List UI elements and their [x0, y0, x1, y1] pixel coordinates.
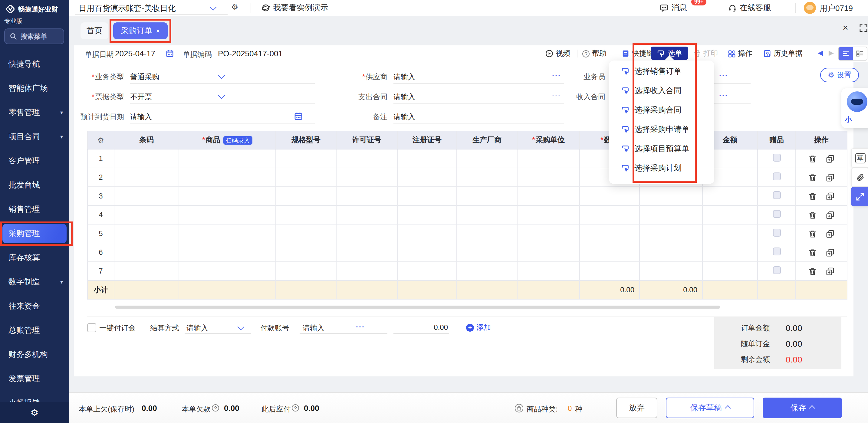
cell-registration[interactable] [397, 205, 457, 224]
cell-barcode[interactable] [114, 243, 179, 262]
cell-manufacturer[interactable] [457, 243, 517, 262]
prev-doc-icon[interactable]: ◀ [818, 49, 823, 57]
card-view-button[interactable] [853, 47, 867, 60]
attachment-float-button[interactable] [851, 168, 868, 187]
cell-manufacturer[interactable] [457, 187, 517, 205]
tab-home[interactable]: 首页 [81, 22, 108, 39]
sidebar-item[interactable]: 总账管理 [0, 318, 69, 343]
gift-checkbox[interactable] [773, 210, 780, 218]
gift-checkbox[interactable] [773, 172, 780, 180]
support-button[interactable]: 在线客服 [728, 2, 771, 13]
column-header[interactable]: ⚙ [88, 131, 114, 149]
cell-barcode[interactable] [114, 205, 179, 224]
avatar[interactable] [804, 2, 816, 14]
sidebar-item[interactable]: 销售管理 [0, 197, 69, 222]
tab-purchase-order[interactable]: 采购订单 × [113, 22, 168, 39]
cell-product[interactable] [179, 205, 276, 224]
gift-checkbox[interactable] [773, 266, 780, 274]
cell-unit[interactable] [517, 243, 580, 262]
delete-row-icon[interactable] [808, 155, 817, 164]
delete-row-icon[interactable] [808, 192, 817, 201]
cell-manufacturer[interactable] [457, 262, 517, 281]
list-view-button[interactable] [839, 47, 853, 60]
sidebar-item[interactable]: 数字制造 ▾ [0, 270, 69, 294]
next-doc-icon[interactable]: ▶ [829, 49, 834, 57]
username[interactable]: 用户0719 [819, 3, 853, 14]
copy-row-icon[interactable] [826, 249, 835, 258]
cell-unit[interactable] [517, 205, 580, 224]
copy-row-icon[interactable] [826, 192, 835, 201]
sidebar-item[interactable]: 财务多机构 [0, 343, 69, 367]
remark-input[interactable]: 请输入 [394, 112, 415, 122]
cell-qty[interactable] [580, 262, 640, 281]
column-header[interactable]: 规格型号 [276, 131, 336, 149]
cell-product[interactable] [179, 262, 276, 281]
column-header[interactable]: 生产厂商 [457, 131, 517, 149]
ai-assistant[interactable]: 小 [841, 88, 868, 128]
cell-license[interactable] [336, 262, 397, 281]
expand-float-button[interactable] [851, 187, 868, 206]
chevron-down-icon[interactable] [238, 323, 245, 330]
deposit-checkbox[interactable] [87, 323, 96, 332]
account-selector[interactable]: 日用百货演示账套-美妆日化 [79, 3, 176, 14]
cell-price[interactable] [640, 224, 703, 243]
cell-price[interactable] [640, 205, 703, 224]
pay-account-input[interactable]: 请输入 [303, 323, 324, 333]
cell-price[interactable] [640, 243, 703, 262]
deposit-amount-input[interactable]: 0.00 [394, 323, 448, 332]
cell-barcode[interactable] [114, 149, 179, 168]
save-button[interactable]: 保存 [763, 398, 842, 418]
menu-item[interactable]: 选择采购计划 [609, 159, 714, 178]
cell-amount[interactable] [703, 262, 757, 281]
settle-method-input[interactable]: 请输入 [186, 323, 208, 333]
sidebar-item[interactable]: 批发商城 [0, 173, 69, 197]
cell-registration[interactable] [397, 262, 457, 281]
help-icon[interactable]: ? [292, 404, 299, 412]
cell-spec[interactable] [276, 243, 336, 262]
cell-registration[interactable] [397, 243, 457, 262]
sidebar-item[interactable]: 往来资金 [0, 294, 69, 318]
cell-license[interactable] [336, 187, 397, 205]
actions-button[interactable]: 操作 [728, 48, 752, 59]
chevron-down-icon[interactable] [218, 92, 225, 99]
draft-float-button[interactable]: 草 [851, 148, 868, 168]
cell-registration[interactable] [397, 149, 457, 168]
column-header[interactable]: 注册证号 [397, 131, 457, 149]
cell-barcode[interactable] [114, 224, 179, 243]
expect-date-input[interactable]: 请输入 [130, 112, 152, 122]
cell-registration[interactable] [397, 224, 457, 243]
cell-barcode[interactable] [114, 168, 179, 187]
column-header[interactable]: 许可证号 [336, 131, 397, 149]
horizontal-scrollbar[interactable] [115, 305, 720, 308]
hotkeys-button[interactable]: 快捷键 [622, 48, 654, 59]
discard-button[interactable]: 放弃 [616, 398, 657, 418]
fullscreen-icon[interactable] [860, 24, 867, 32]
history-button[interactable]: 历史单据 [763, 48, 803, 59]
sidebar-settings[interactable]: ⚙ [0, 402, 69, 423]
cell-manufacturer[interactable] [457, 224, 517, 243]
chevron-down-icon[interactable] [210, 4, 217, 11]
cell-product[interactable] [179, 243, 276, 262]
delete-row-icon[interactable] [808, 230, 817, 239]
doc-no-value[interactable]: PO-20250417-001 [218, 49, 283, 58]
menu-item[interactable]: 选择采购合同 [609, 100, 714, 120]
sidebar-item[interactable]: 零售管理 ▾ [0, 100, 69, 125]
cell-license[interactable] [336, 149, 397, 168]
demo-link[interactable]: 我要看实例演示 [261, 2, 328, 13]
gift-checkbox[interactable] [773, 154, 780, 162]
help-button[interactable]: ? 帮助 [582, 48, 607, 59]
messages-button[interactable]: 消息 [660, 2, 687, 13]
chevron-down-icon[interactable] [218, 72, 225, 79]
menu-item[interactable]: 选择项目预算单 [609, 139, 714, 159]
sidebar-item[interactable]: 发票管理 [0, 367, 69, 391]
menu-item[interactable]: 选择销售订单 [609, 62, 714, 81]
copy-row-icon[interactable] [826, 230, 835, 239]
copy-row-icon[interactable] [826, 267, 835, 276]
cell-barcode[interactable] [114, 187, 179, 205]
sidebar-item[interactable]: 智能体广场 [0, 76, 69, 100]
cell-barcode[interactable] [114, 262, 179, 281]
cell-unit[interactable] [517, 262, 580, 281]
cell-spec[interactable] [276, 149, 336, 168]
cell-amount[interactable] [703, 205, 757, 224]
column-header[interactable]: 赠品 [757, 131, 796, 149]
